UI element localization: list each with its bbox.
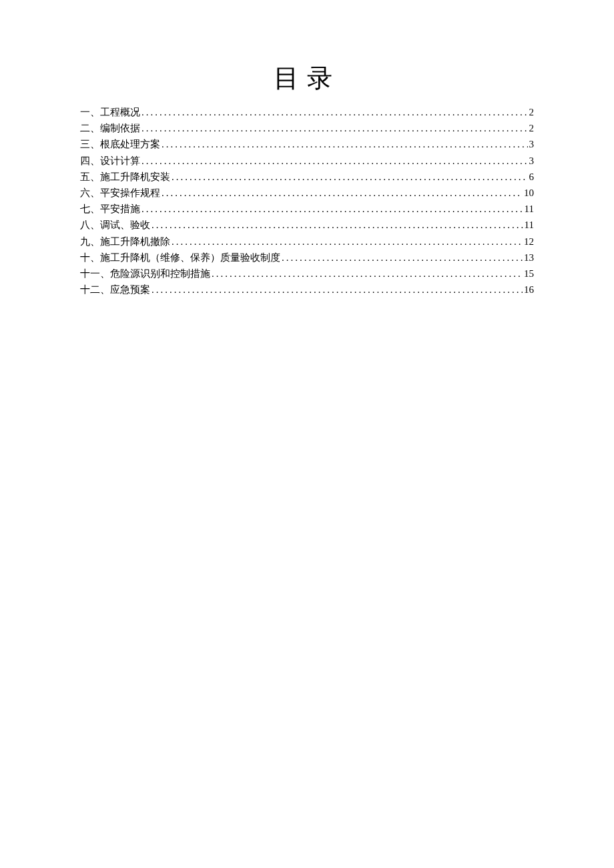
toc-page: 6 [529,172,535,182]
toc-entry: 十一、危险源识别和控制措施 15 [80,269,534,279]
page-title: 目录 [80,61,534,95]
toc-leader [162,139,528,149]
toc-page: 3 [529,139,535,149]
toc-entry: 三、根底处理方案 3 [80,139,534,149]
toc-page: 10 [524,188,534,198]
toc-label: 四、设计计算 [80,156,140,166]
toc-entry: 五、施工升降机安装 6 [80,172,534,182]
toc-entry: 七、平安措施 11 [80,204,534,214]
toc-page: 2 [529,123,535,133]
toc-entry: 六、平安操作规程 10 [80,188,534,198]
table-of-contents: 一、工程概况 2 二、编制依据 2 三、根底处理方案 3 四、设计计算 3 五、… [80,107,534,295]
toc-entry: 八、调试、验收 11 [80,220,534,230]
toc-leader [282,253,523,263]
toc-label: 一、工程概况 [80,107,140,117]
toc-leader [141,204,523,214]
toc-leader [151,285,523,295]
toc-page: 11 [525,204,534,214]
toc-leader [141,123,528,133]
toc-entry: 十二、应急预案 16 [80,285,534,295]
toc-label: 五、施工升降机安装 [80,172,170,182]
toc-label: 二、编制依据 [80,123,140,133]
toc-leader [212,269,523,279]
toc-label: 六、平安操作规程 [80,188,160,198]
toc-page: 16 [524,285,534,295]
toc-label: 十一、危险源识别和控制措施 [80,269,210,279]
toc-page: 13 [524,253,534,263]
toc-entry: 一、工程概况 2 [80,107,534,117]
toc-entry: 二、编制依据 2 [80,123,534,133]
toc-label: 十、施工升降机（维修、保养）质量验收制度 [80,253,280,263]
toc-entry: 九、施工升降机撤除 12 [80,237,534,247]
toc-page: 2 [529,107,535,117]
toc-label: 七、平安措施 [80,204,140,214]
toc-leader [141,107,528,117]
toc-page: 12 [524,237,534,247]
toc-label: 九、施工升降机撤除 [80,237,170,247]
toc-leader [141,156,528,166]
toc-label: 三、根底处理方案 [80,139,160,149]
toc-leader [162,188,523,198]
toc-label: 十二、应急预案 [80,285,150,295]
toc-page: 11 [525,220,534,230]
toc-leader [151,220,523,230]
toc-label: 八、调试、验收 [80,220,150,230]
toc-entry: 十、施工升降机（维修、保养）质量验收制度 13 [80,253,534,263]
toc-page: 15 [524,269,534,279]
toc-entry: 四、设计计算 3 [80,156,534,166]
toc-leader [172,237,523,247]
toc-page: 3 [529,156,535,166]
toc-leader [172,172,528,182]
